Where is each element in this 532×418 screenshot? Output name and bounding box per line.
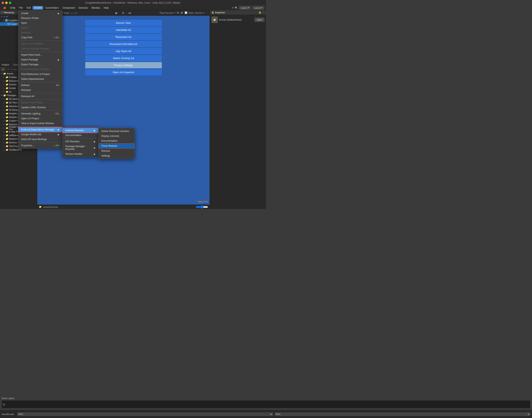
submenu-item-android-doc[interactable]: Documentation: [99, 139, 134, 143]
menu-item-copy-path[interactable]: Copy Path ⌥⌘C: [18, 35, 62, 40]
submenu-item-pkg-mgr[interactable]: Package Manager Resolver ▶: [62, 144, 98, 151]
menu-item-label: Properties…: [21, 144, 35, 147]
menu-apple[interactable]: 🍎: [2, 6, 8, 10]
layout-dropdown[interactable]: Layout ▾: [252, 6, 264, 10]
menu-item-reimport[interactable]: Reimport: [18, 88, 62, 93]
menu-item-extract-prefab: Extract From Prefab: [18, 100, 62, 105]
game-buttons-container: Banner View Interstitial Ad Rewarded Ad …: [37, 16, 209, 79]
menu-file[interactable]: File: [17, 6, 24, 10]
menu-item-ext-dep-mgr[interactable]: External Dependency Manager ▶ Android Re…: [18, 127, 62, 132]
separator: [18, 110, 62, 111]
menu-item-find-refs-project[interactable]: Find References In Project: [18, 72, 62, 77]
menu-gameobject[interactable]: GameObject: [44, 6, 60, 10]
chevron-icon: ▷: [3, 134, 5, 136]
menu-edit[interactable]: Edit: [25, 6, 33, 10]
menu-services[interactable]: Services: [77, 6, 90, 10]
maximize-button[interactable]: [9, 2, 11, 4]
menu-item-reveal[interactable]: Reveal in Finder: [18, 16, 62, 21]
menu-item-open-cs[interactable]: Open C# Project: [18, 116, 62, 121]
menu-item-update-uxml[interactable]: Update UXML Schema: [18, 105, 62, 110]
step-button[interactable]: ⏭: [128, 11, 132, 15]
native-overlay-button[interactable]: Native Overlay Ad: [85, 55, 162, 61]
chevron-icon: ▼: [1, 94, 3, 96]
menu-item-import-package[interactable]: Import Package ▶: [18, 57, 62, 62]
path-display: Assets/Scenes: [43, 206, 58, 208]
folder-icon: 📁: [3, 72, 6, 75]
menu-help[interactable]: Help: [102, 6, 110, 10]
project-add-button[interactable]: +: [1, 68, 5, 71]
submenu-item-force-resolve[interactable]: Force Resolve: [99, 143, 134, 149]
menu-item-properties[interactable]: Properties… ⌥⌘P: [18, 143, 62, 148]
menu-item-reimport-all[interactable]: Reimport All: [18, 94, 62, 99]
menu-item-label: Import New Asset…: [21, 53, 43, 56]
menu-item-export-package[interactable]: Export Package…: [18, 62, 62, 67]
submenu-item-label: Display Libraries: [101, 135, 119, 138]
menu-item-create[interactable]: Create ▶: [18, 11, 62, 16]
banner-view-button[interactable]: Banner View: [85, 20, 162, 26]
folder-icon: 📁: [3, 94, 6, 97]
rewarded-interstitial-button[interactable]: Rewarded Interstitial Ad: [85, 41, 162, 47]
chevron-icon: ▷: [3, 141, 5, 143]
pause-button[interactable]: ⏸: [121, 11, 125, 15]
layers-dropdown[interactable]: Layers ▾: [239, 6, 251, 10]
game-view: Banner View Interstitial Ad Rewarded Ad …: [37, 16, 209, 205]
chevron-icon: ▷: [3, 145, 5, 147]
menu-item-gen-lighting[interactable]: Generate Lighting ⇧⌘L: [18, 111, 62, 116]
minimize-button[interactable]: [5, 2, 8, 4]
inspector-icons: 🔒 ⋮: [259, 11, 264, 14]
submenu-item-delete-resolved[interactable]: Delete Resolved Libraries: [99, 129, 134, 134]
inspector-panel: 🔒 Inspector 🔒 ⋮ 📁 Scenes (Default Asset)…: [209, 10, 266, 209]
menu-item-label: Reveal in Finder: [21, 17, 39, 20]
submenu-item-settings[interactable]: Settings: [99, 153, 134, 158]
submenu-item-label: Delete Resolved Libraries: [101, 130, 129, 133]
tab-project[interactable]: Project: [0, 62, 11, 67]
menu-item-select-deps[interactable]: Select Dependencies: [18, 77, 62, 81]
menu-item-view-package: View in Package Manager: [18, 46, 62, 51]
submenu-l3-android: Delete Resolved Libraries Display Librar…: [98, 128, 135, 159]
menu-item-view-import[interactable]: View in Import Activity Window: [18, 121, 62, 126]
menu-item-import-new[interactable]: Import New Asset…: [18, 52, 62, 57]
close-button[interactable]: [2, 2, 4, 4]
privacy-settings-button[interactable]: Privacy Settings: [85, 62, 162, 68]
menu-component[interactable]: Component: [61, 6, 77, 10]
folder-label: Analytics: [9, 112, 18, 115]
open-asset-button[interactable]: Open: [254, 18, 264, 22]
submenu-arrow-icon: ▶: [94, 129, 95, 132]
submenu-item-label: Android Resolver: [65, 129, 84, 132]
menu-item-seed-xr[interactable]: Seed XR Input Bindings: [18, 137, 62, 142]
submenu-item-edm-doc[interactable]: Documentation: [62, 133, 98, 138]
menu-item-label: Create: [21, 12, 28, 15]
menu-assets[interactable]: Assets: [33, 6, 43, 10]
interstitial-ad-button[interactable]: Interstitial Ad: [85, 27, 162, 33]
chevron-icon: ▷: [3, 116, 5, 118]
play-button[interactable]: ▶: [115, 11, 118, 15]
submenu-arrow-icon: ▶: [94, 153, 95, 155]
inspector-lock-icon[interactable]: 🔒: [259, 11, 261, 14]
zoom-slider[interactable]: [196, 206, 208, 208]
rewarded-ad-button[interactable]: Rewarded Ad: [85, 34, 162, 40]
asset-icon: 📁: [211, 17, 218, 23]
menu-unity[interactable]: Unity: [8, 6, 17, 10]
submenu-arrow-icon: ▶: [58, 133, 59, 136]
menu-item-label: View in Package Manager: [21, 47, 49, 50]
folder-icon: 📁: [6, 112, 9, 115]
menu-item-refresh[interactable]: Refresh ⌘R: [18, 83, 62, 88]
menu-window[interactable]: Window: [90, 6, 102, 10]
separator: [18, 99, 62, 100]
submenu-item-version-handler[interactable]: Version Handler ▶: [62, 151, 98, 156]
menu-item-label: Open Scene Additive: [21, 42, 44, 45]
chevron-icon: ▷: [3, 120, 5, 122]
menu-item-rename: Rename: [18, 30, 62, 35]
submenu-item-android-resolver[interactable]: Android Resolver ▶ Delete Resolved Libra…: [62, 128, 98, 133]
menu-item-open[interactable]: Open: [18, 21, 62, 25]
open-ad-inspector-button[interactable]: Open Ad Inspector: [85, 69, 162, 75]
app-open-ad-button[interactable]: App Open Ad: [85, 48, 162, 54]
submenu-item-resolve[interactable]: Resolve: [99, 149, 134, 153]
layout-label: Layout: [254, 7, 261, 9]
menubar: 🍎 Unity File Edit Assets GameObject Comp…: [0, 6, 266, 10]
menu-item-label: Copy Path: [21, 36, 33, 39]
submenu-item-display-libs[interactable]: Display Libraries: [99, 134, 134, 139]
submenu-item-ios-resolver[interactable]: iOS Resolver ▶: [62, 139, 98, 144]
inspector-menu-icon[interactable]: ⋮: [262, 11, 264, 14]
menu-item-google-ads[interactable]: Google Mobile Ads ▶: [18, 132, 62, 137]
